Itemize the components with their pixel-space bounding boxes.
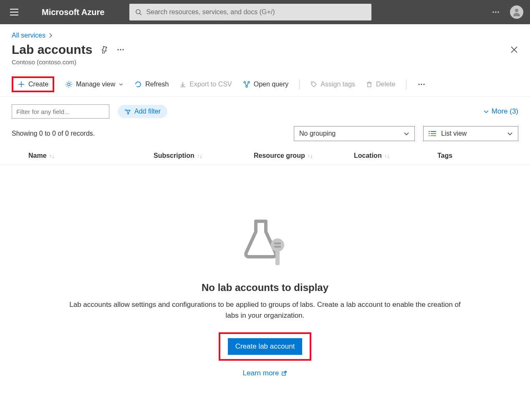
hamburger-menu-icon[interactable] <box>10 9 18 15</box>
table-header: Name↑↓ Subscription↑↓ Resource group↑↓ L… <box>0 147 530 165</box>
grouping-value: No grouping <box>299 130 336 137</box>
records-row: Showing 0 to 0 of 0 records. No grouping… <box>0 126 530 147</box>
sort-icon: ↑↓ <box>49 153 55 159</box>
trash-icon <box>366 81 373 88</box>
sort-icon: ↑↓ <box>197 153 202 159</box>
column-tags[interactable]: Tags <box>437 152 471 159</box>
chevron-down-icon <box>483 109 489 114</box>
filter-input[interactable] <box>12 104 109 119</box>
filter-icon: + <box>124 108 131 115</box>
column-subscription[interactable]: Subscription↑↓ <box>154 152 229 159</box>
records-count: Showing 0 to 0 of 0 records. <box>12 130 95 137</box>
svg-point-4 <box>498 12 499 13</box>
svg-point-13 <box>68 83 70 86</box>
export-csv-button: Export to CSV <box>179 81 232 88</box>
svg-rect-38 <box>274 246 281 248</box>
empty-description: Lab accounts allow settings and configur… <box>69 299 461 321</box>
open-query-label: Open query <box>254 81 289 88</box>
pin-icon[interactable] <box>101 46 108 53</box>
svg-point-16 <box>244 81 245 83</box>
list-icon <box>429 131 436 137</box>
toolbar-more-icon[interactable] <box>417 80 426 89</box>
svg-point-0 <box>136 10 140 14</box>
column-name[interactable]: Name↑↓ <box>28 152 129 159</box>
page-subtitle: Contoso (contoso.com) <box>0 58 530 72</box>
svg-point-25 <box>419 84 420 85</box>
plus-icon <box>18 81 25 88</box>
svg-point-2 <box>493 12 494 13</box>
tag-icon <box>310 81 317 88</box>
manage-view-button[interactable]: Manage view <box>65 81 124 88</box>
svg-point-21 <box>312 83 313 83</box>
svg-point-27 <box>424 84 425 85</box>
svg-point-26 <box>421 84 422 85</box>
export-csv-label: Export to CSV <box>189 81 232 88</box>
more-filters-label: More (3) <box>492 107 518 116</box>
chevron-down-icon <box>119 82 124 87</box>
lab-account-icon <box>236 215 294 273</box>
empty-title: No lab accounts to display <box>17 282 513 293</box>
create-button-highlight: Create <box>12 76 54 92</box>
gear-icon <box>65 81 73 88</box>
page-title: Lab accounts <box>12 43 92 57</box>
svg-point-6 <box>118 49 119 51</box>
add-filter-button[interactable]: + Add filter <box>118 105 167 118</box>
assign-tags-button: Assign tags <box>310 81 355 88</box>
svg-point-17 <box>248 81 250 83</box>
svg-line-1 <box>140 13 141 15</box>
page-header: Lab accounts <box>0 43 530 58</box>
refresh-button[interactable]: Refresh <box>134 81 169 88</box>
svg-point-18 <box>246 86 247 87</box>
manage-view-label: Manage view <box>76 81 115 88</box>
more-filters-link[interactable]: More (3) <box>483 107 518 116</box>
grouping-select[interactable]: No grouping <box>294 126 415 141</box>
refresh-icon <box>134 81 142 88</box>
delete-button: Delete <box>366 81 395 88</box>
create-lab-account-button[interactable]: Create lab account <box>228 338 303 355</box>
column-resource-group[interactable]: Resource group↑↓ <box>254 152 329 159</box>
user-avatar[interactable] <box>510 5 523 19</box>
toolbar-separator <box>299 79 300 89</box>
svg-line-20 <box>247 83 248 86</box>
view-select[interactable]: List view <box>423 126 518 141</box>
empty-state: No lab accounts to display Lab accounts … <box>0 165 530 394</box>
learn-more-link[interactable]: Learn more <box>243 369 288 377</box>
svg-point-7 <box>120 49 121 51</box>
global-search[interactable] <box>129 4 371 20</box>
sort-icon: ↑↓ <box>308 153 313 159</box>
brand-label: Microsoft Azure <box>42 8 104 17</box>
chevron-right-icon <box>49 33 53 38</box>
breadcrumb: All services <box>0 24 530 43</box>
create-button[interactable]: Create <box>18 81 48 88</box>
svg-rect-22 <box>368 83 371 87</box>
svg-point-8 <box>123 49 124 51</box>
svg-line-19 <box>245 83 246 86</box>
search-input[interactable] <box>146 8 366 16</box>
refresh-label: Refresh <box>145 81 169 88</box>
download-icon <box>179 81 186 88</box>
person-icon <box>512 7 522 17</box>
view-value: List view <box>441 130 467 137</box>
query-icon <box>243 81 250 88</box>
azure-top-header: Microsoft Azure <box>0 0 530 24</box>
page-more-icon[interactable] <box>116 46 125 54</box>
toolbar-separator <box>406 79 406 89</box>
close-icon[interactable] <box>510 46 518 54</box>
svg-point-3 <box>495 12 497 13</box>
header-more-icon[interactable] <box>492 8 500 16</box>
filter-row: + Add filter More (3) <box>0 97 530 126</box>
chevron-down-icon <box>404 131 409 137</box>
svg-rect-36 <box>275 250 280 265</box>
chevron-down-icon <box>507 131 513 137</box>
assign-tags-label: Assign tags <box>321 81 355 88</box>
toolbar: Create Manage view Refresh Export to CSV… <box>0 72 530 97</box>
breadcrumb-all-services[interactable]: All services <box>12 32 45 39</box>
create-label: Create <box>28 81 48 88</box>
external-link-icon <box>281 370 287 376</box>
sort-icon: ↑↓ <box>384 153 390 159</box>
column-location[interactable]: Location↑↓ <box>354 152 412 159</box>
svg-point-5 <box>515 9 518 12</box>
svg-point-35 <box>271 238 284 252</box>
svg-rect-37 <box>274 243 281 244</box>
open-query-button[interactable]: Open query <box>243 81 289 88</box>
